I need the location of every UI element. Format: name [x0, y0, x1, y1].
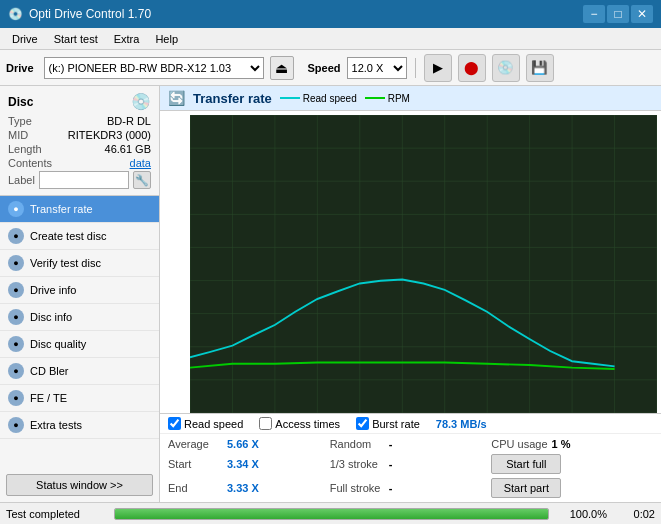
access-times-label: Access times — [275, 418, 340, 430]
disc-field-contents: Contentsdata — [8, 157, 151, 169]
title-bar: 💿 Opti Drive Control 1.70 − □ ✕ — [0, 0, 661, 28]
menu-item-start-test[interactable]: Start test — [46, 31, 106, 47]
toolbar: Drive (k:) PIONEER BD-RW BDR-X12 1.03 ⏏ … — [0, 50, 661, 86]
disc-icon: 💿 — [131, 92, 151, 111]
disc-header: Disc 💿 — [8, 92, 151, 111]
progress-text: 100.0% — [557, 508, 607, 520]
nav-item-disc-quality[interactable]: ●Disc quality — [0, 331, 159, 358]
nav-label-cd-bler: CD Bler — [30, 365, 69, 377]
nav-item-drive-info[interactable]: ●Drive info — [0, 277, 159, 304]
legend-read-speed-label: Read speed — [303, 93, 357, 104]
nav-item-cd-bler[interactable]: ●CD Bler — [0, 358, 159, 385]
average-value: 5.66 X — [227, 438, 267, 450]
main-layout: Disc 💿 TypeBD-R DLMIDRITEKDR3 (000)Lengt… — [0, 86, 661, 502]
maximize-button[interactable]: □ — [607, 5, 629, 23]
stat-cpu: CPU usage 1 % — [491, 436, 653, 452]
progress-container — [114, 508, 549, 520]
nav-item-fe-te[interactable]: ●FE / TE — [0, 385, 159, 412]
toolbar-separator — [415, 58, 416, 78]
minimize-button[interactable]: − — [583, 5, 605, 23]
read-speed-label: Read speed — [184, 418, 243, 430]
cpu-value: 1 % — [552, 438, 592, 450]
content-area: 🔄 Transfer rate Read speed RPM — [160, 86, 661, 502]
disc-button[interactable]: 💿 — [492, 54, 520, 82]
disc-title: Disc — [8, 95, 33, 109]
status-text: Test completed — [6, 508, 106, 520]
time-text: 0:02 — [615, 508, 655, 520]
disc-key-type: Type — [8, 115, 32, 127]
nav-icon-fe-te: ● — [8, 390, 24, 406]
start-part-button[interactable]: Start part — [491, 478, 561, 498]
end-label: End — [168, 482, 223, 494]
sidebar: Disc 💿 TypeBD-R DLMIDRITEKDR3 (000)Lengt… — [0, 86, 160, 502]
disc-val-type: BD-R DL — [107, 115, 151, 127]
status-window-button[interactable]: Status window >> — [6, 474, 153, 496]
start-full-button[interactable]: Start full — [491, 454, 561, 474]
drive-select[interactable]: (k:) PIONEER BD-RW BDR-X12 1.03 — [44, 57, 264, 79]
legend-read-speed-color — [280, 97, 300, 99]
random-label: Random — [330, 438, 385, 450]
label-input[interactable] — [39, 171, 129, 189]
read-speed-checkbox[interactable] — [168, 417, 181, 430]
nav-item-extra-tests[interactable]: ●Extra tests — [0, 412, 159, 439]
nav-label-disc-quality: Disc quality — [30, 338, 86, 350]
record-button[interactable]: ⬤ — [458, 54, 486, 82]
play-button[interactable]: ▶ — [424, 54, 452, 82]
disc-field-mid: MIDRITEKDR3 (000) — [8, 129, 151, 141]
disc-val-contents[interactable]: data — [130, 157, 151, 169]
legend-rpm: RPM — [365, 93, 410, 104]
label-edit-button[interactable]: 🔧 — [133, 171, 151, 189]
stroke13-value: - — [389, 458, 429, 470]
close-button[interactable]: ✕ — [631, 5, 653, 23]
nav-label-verify-test-disc: Verify test disc — [30, 257, 101, 269]
stat-end: End 3.33 X — [168, 476, 330, 500]
nav-icon-disc-quality: ● — [8, 336, 24, 352]
nav-item-create-test-disc[interactable]: ●Create test disc — [0, 223, 159, 250]
chart-icon: 🔄 — [168, 90, 185, 106]
burst-rate-checkbox[interactable] — [356, 417, 369, 430]
checkboxes-row: Read speed Access times Burst rate 78.3 … — [160, 413, 661, 434]
stat-start-part-btn-area: Start part — [491, 476, 653, 500]
disc-section: Disc 💿 TypeBD-R DLMIDRITEKDR3 (000)Lengt… — [0, 86, 159, 196]
speed-select[interactable]: MAX2.0 X4.0 X6.0 X8.0 X10.0 X12.0 X16.0 … — [347, 57, 407, 79]
stat-start-full-btn-area: Start full — [491, 452, 653, 476]
start-label: Start — [168, 458, 223, 470]
drive-label: Drive — [6, 62, 34, 74]
read-speed-checkbox-label[interactable]: Read speed — [168, 417, 243, 430]
nav-label-drive-info: Drive info — [30, 284, 76, 296]
menu-item-help[interactable]: Help — [147, 31, 186, 47]
full-stroke-label: Full stroke — [330, 482, 385, 494]
save-button[interactable]: 💾 — [526, 54, 554, 82]
disc-fields: TypeBD-R DLMIDRITEKDR3 (000)Length46.61 … — [8, 115, 151, 169]
chart-header: 🔄 Transfer rate Read speed RPM — [160, 86, 661, 111]
menu-bar: DriveStart testExtraHelp — [0, 28, 661, 50]
legend-rpm-color — [365, 97, 385, 99]
disc-field-type: TypeBD-R DL — [8, 115, 151, 127]
access-times-checkbox[interactable] — [259, 417, 272, 430]
stroke13-label: 1/3 stroke — [330, 458, 385, 470]
burst-rate-checkbox-label[interactable]: Burst rate — [356, 417, 420, 430]
speed-label: Speed — [308, 62, 341, 74]
menu-item-drive[interactable]: Drive — [4, 31, 46, 47]
nav-items: ●Transfer rate●Create test disc●Verify t… — [0, 196, 159, 468]
stat-random: Random - — [330, 436, 492, 452]
app-icon: 💿 — [8, 7, 23, 21]
nav-label-create-test-disc: Create test disc — [30, 230, 106, 242]
nav-item-disc-info[interactable]: ●Disc info — [0, 304, 159, 331]
access-times-checkbox-label[interactable]: Access times — [259, 417, 340, 430]
menu-item-extra[interactable]: Extra — [106, 31, 148, 47]
chart-svg: 18 X 16 X 14 X 12 X 10 X 8 X 6 X 4 X 2 X… — [190, 115, 657, 413]
burst-rate-value: 78.3 MB/s — [436, 418, 487, 430]
stat-full-stroke: Full stroke - — [330, 476, 492, 500]
nav-label-extra-tests: Extra tests — [30, 419, 82, 431]
chart-title: Transfer rate — [193, 91, 272, 106]
burst-rate-label: Burst rate — [372, 418, 420, 430]
title-bar-controls: − □ ✕ — [583, 5, 653, 23]
end-value: 3.33 X — [227, 482, 267, 494]
nav-item-transfer-rate[interactable]: ●Transfer rate — [0, 196, 159, 223]
nav-item-verify-test-disc[interactable]: ●Verify test disc — [0, 250, 159, 277]
eject-button[interactable]: ⏏ — [270, 56, 294, 80]
title-bar-left: 💿 Opti Drive Control 1.70 — [8, 7, 151, 21]
nav-label-transfer-rate: Transfer rate — [30, 203, 93, 215]
disc-key-length: Length — [8, 143, 42, 155]
